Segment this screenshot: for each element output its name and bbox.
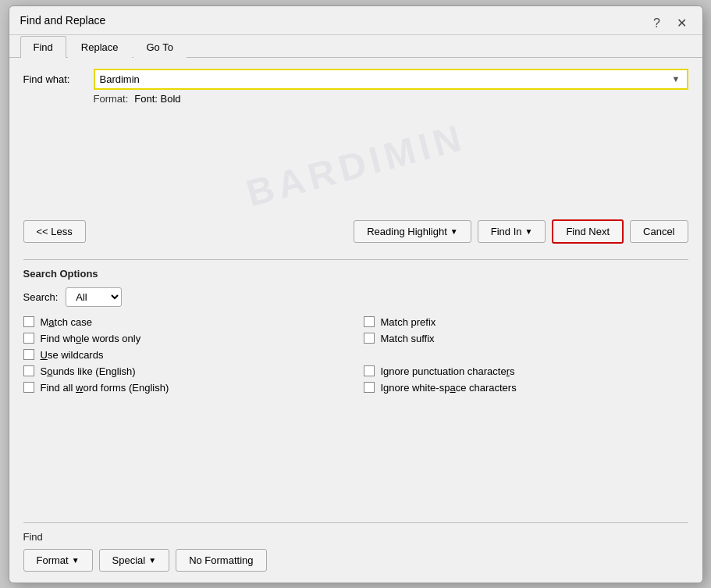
- options-grid: Match case Match prefix Find whole words…: [23, 316, 688, 394]
- cancel-button[interactable]: Cancel: [630, 220, 688, 243]
- option-match-case-label: Match case: [41, 316, 93, 328]
- checkbox-match-case[interactable]: [23, 316, 34, 327]
- dialog-content: Find what: ▼ Format: Font: Bold BARDIMIN…: [9, 58, 702, 583]
- separator-1: [23, 259, 688, 260]
- option-ignore-punctuation-label: Ignore punctuation characters: [381, 365, 515, 377]
- checkbox-match-suffix[interactable]: [364, 333, 375, 344]
- checkbox-whole-words[interactable]: [23, 333, 34, 344]
- option-all-word-forms-label: Find all word forms (English): [41, 382, 169, 394]
- option-wildcards-label: Use wildcards: [41, 349, 104, 361]
- help-button[interactable]: ?: [648, 14, 667, 33]
- search-select[interactable]: All Up Down: [66, 287, 122, 307]
- checkbox-all-word-forms[interactable]: [23, 382, 34, 393]
- option-whole-words[interactable]: Find whole words only: [23, 333, 348, 344]
- option-match-suffix-label: Match suffix: [381, 333, 435, 344]
- action-buttons-row: << Less Reading Highlight ▼ Find In ▼ Fi…: [23, 219, 688, 244]
- find-in-label: Find In: [491, 226, 522, 237]
- watermark: BARDIMIN: [241, 115, 469, 215]
- find-input-wrapper: ▼: [94, 69, 688, 90]
- format-row: Format: Font: Bold: [23, 93, 688, 105]
- reading-highlight-label: Reading Highlight: [367, 226, 447, 237]
- search-label: Search:: [23, 291, 59, 303]
- find-what-label: Find what:: [23, 73, 94, 85]
- option-ignore-whitespace[interactable]: Ignore white-space characters: [364, 382, 688, 394]
- reading-highlight-arrow-icon: ▼: [450, 227, 458, 236]
- search-row: Search: All Up Down: [23, 287, 688, 307]
- option-all-word-forms[interactable]: Find all word forms (English): [23, 382, 348, 394]
- find-in-arrow-icon: ▼: [524, 227, 532, 236]
- special-button[interactable]: Special ▼: [99, 549, 170, 572]
- tabs-bar: Find Replace Go To: [9, 35, 702, 58]
- option-wildcards[interactable]: Use wildcards: [23, 349, 348, 361]
- separator-2: [23, 522, 688, 523]
- tab-goto[interactable]: Go To: [133, 36, 187, 58]
- title-controls: ? ✕: [648, 14, 691, 33]
- bottom-section-title: Find: [23, 531, 688, 543]
- find-next-button[interactable]: Find Next: [552, 219, 624, 244]
- option-match-prefix-label: Match prefix: [381, 316, 436, 328]
- search-options-title: Search Options: [23, 268, 688, 280]
- find-input-dropdown-btn[interactable]: ▼: [666, 71, 687, 87]
- checkbox-wildcards[interactable]: [23, 349, 34, 360]
- checkbox-ignore-punctuation[interactable]: [364, 365, 375, 376]
- tab-goto-label: Go To: [147, 41, 173, 53]
- option-match-prefix[interactable]: Match prefix: [364, 316, 688, 328]
- find-replace-dialog: Find and Replace ? ✕ Find Replace Go To …: [9, 5, 703, 583]
- option-sounds-like[interactable]: Sounds like (English): [23, 365, 348, 377]
- close-button[interactable]: ✕: [673, 14, 691, 33]
- tab-find-label: Find: [34, 41, 53, 53]
- no-formatting-button[interactable]: No Formatting: [176, 549, 266, 572]
- dialog-title: Find and Replace: [20, 14, 106, 34]
- format-arrow-icon: ▼: [72, 556, 80, 565]
- tab-find[interactable]: Find: [20, 36, 66, 58]
- find-what-row: Find what: ▼: [23, 69, 688, 90]
- format-value: Font: Bold: [134, 93, 180, 105]
- format-label: Format:: [94, 93, 129, 105]
- reading-highlight-button[interactable]: Reading Highlight ▼: [354, 220, 471, 243]
- watermark-area: BARDIMIN: [23, 111, 688, 219]
- option-match-case[interactable]: Match case: [23, 316, 348, 328]
- checkbox-match-prefix[interactable]: [364, 316, 375, 327]
- option-ignore-punctuation[interactable]: Ignore punctuation characters: [364, 365, 688, 377]
- format-button-label: Format: [37, 554, 69, 566]
- tab-replace[interactable]: Replace: [68, 36, 132, 58]
- tab-replace-label: Replace: [81, 41, 119, 53]
- checkbox-ignore-whitespace[interactable]: [364, 382, 375, 393]
- bottom-buttons: Format ▼ Special ▼ No Formatting: [23, 549, 688, 572]
- option-match-suffix[interactable]: Match suffix: [364, 333, 688, 344]
- less-button[interactable]: << Less: [23, 220, 86, 243]
- format-button[interactable]: Format ▼: [23, 549, 93, 572]
- special-button-label: Special: [112, 554, 146, 566]
- special-arrow-icon: ▼: [148, 556, 156, 565]
- option-ignore-whitespace-label: Ignore white-space characters: [381, 382, 517, 394]
- find-in-button[interactable]: Find In ▼: [478, 220, 546, 243]
- option-sounds-like-label: Sounds like (English): [41, 365, 136, 377]
- checkbox-sounds-like[interactable]: [23, 365, 34, 376]
- title-bar: Find and Replace ? ✕: [9, 6, 702, 35]
- option-whole-words-label: Find whole words only: [41, 333, 141, 344]
- find-input[interactable]: [95, 70, 666, 88]
